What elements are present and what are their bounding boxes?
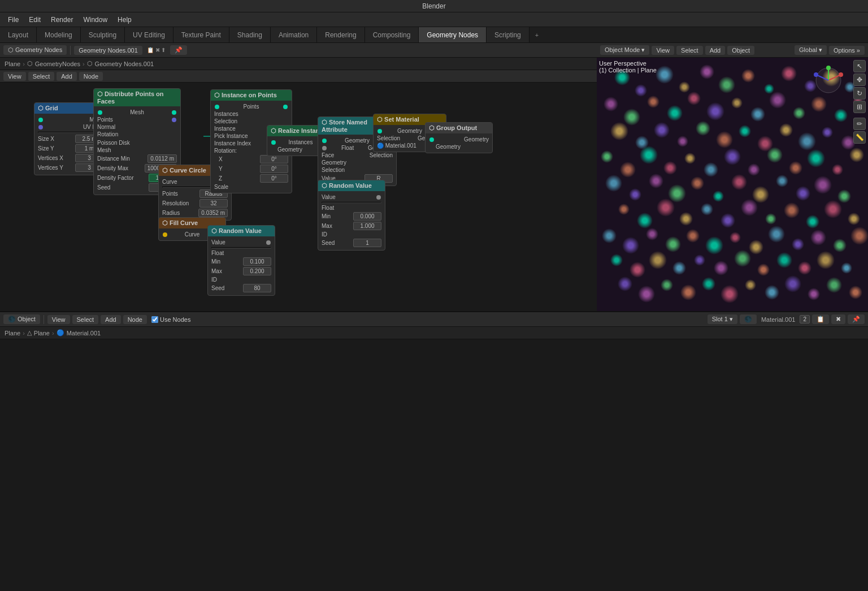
viewport-select-btn[interactable]: Select <box>676 46 703 55</box>
svg-point-82 <box>768 226 785 243</box>
svg-point-74 <box>602 228 617 243</box>
mat-view-btn[interactable]: View <box>47 315 70 324</box>
socket-iop-geom-in <box>215 105 219 109</box>
svg-point-91 <box>694 254 705 266</box>
rvt-min-value[interactable]: 0.000 <box>353 212 381 221</box>
menu-help[interactable]: Help <box>113 15 136 25</box>
ne-add-btn[interactable]: Add <box>57 72 77 81</box>
svg-point-76 <box>646 228 658 240</box>
mat-pin-btn[interactable]: 📌 <box>848 314 865 324</box>
tool-move[interactable]: ✥ <box>853 74 866 86</box>
ne-select-btn[interactable]: Select <box>28 72 55 81</box>
mat-sphere-btn[interactable]: 🌑 <box>740 314 757 324</box>
tab-texture-paint[interactable]: Texture Paint <box>173 27 229 42</box>
iop-ry-value[interactable]: 0° <box>260 165 288 173</box>
node-randval-bot-header: ⬡ Random Value <box>208 226 275 236</box>
viewport-view-btn[interactable]: View <box>652 46 674 55</box>
tab-animation[interactable]: Animation <box>271 27 317 42</box>
cc-res-value[interactable]: 32 <box>199 199 228 208</box>
separator <box>70 46 71 55</box>
ne-node-btn[interactable]: Node <box>79 72 103 81</box>
rvt-seed-value[interactable]: 1 <box>353 239 381 247</box>
svg-point-61 <box>837 189 851 203</box>
viewport-global-btn[interactable]: Global ▾ <box>795 45 827 55</box>
node-canvas[interactable]: ⬡ Grid Mesh UV Map Size X <box>0 83 597 310</box>
iop-rx-value[interactable]: 0° <box>260 155 288 163</box>
rvt-max-value[interactable]: 1.000 <box>353 222 381 230</box>
mat-select-btn[interactable]: Select <box>72 315 99 324</box>
menu-bar: File Edit Render Window Help <box>0 12 868 27</box>
mat-editor-type[interactable]: 🌑 Object <box>3 314 40 324</box>
svg-point-55 <box>713 191 724 202</box>
svg-point-29 <box>696 121 710 136</box>
tab-uv-editing[interactable]: UV Editing <box>125 27 173 42</box>
svg-point-21 <box>793 107 805 119</box>
use-nodes-checkbox[interactable] <box>151 316 158 323</box>
svg-point-19 <box>750 107 765 122</box>
tab-compositing[interactable]: Compositing <box>365 27 419 42</box>
tab-geometry-nodes[interactable]: Geometry Nodes <box>419 27 487 42</box>
svg-point-100 <box>638 286 655 303</box>
tab-scripting[interactable]: Scripting <box>487 27 530 42</box>
mat-node-btn[interactable]: Node <box>123 315 147 324</box>
menu-render[interactable]: Render <box>46 15 77 25</box>
viewport-options-btn[interactable]: Options » <box>829 46 865 55</box>
breadcrumb-node-tree[interactable]: Geometry Nodes.001 <box>95 61 154 67</box>
svg-point-40 <box>663 161 677 175</box>
svg-point-93 <box>734 250 751 267</box>
tool-annotate[interactable]: ✏ <box>853 118 866 130</box>
breadcrumb-bot-icon: △ <box>27 329 32 337</box>
cc-radius-value[interactable]: 0.0352 m <box>198 209 228 217</box>
tab-shading[interactable]: Shading <box>229 27 271 42</box>
rvb-min-value[interactable]: 0.100 <box>243 257 271 266</box>
tab-sculpting[interactable]: Sculpting <box>81 27 125 42</box>
breadcrumb-bot-plane2[interactable]: Plane <box>34 330 50 337</box>
viewport-mode-btn[interactable]: Object Mode ▾ <box>600 45 649 55</box>
breadcrumb-bot-material[interactable]: Material.001 <box>67 330 101 337</box>
viewport-canvas[interactable]: User Perspective (1) Collection | Plane <box>597 58 868 311</box>
menu-edit[interactable]: Edit <box>24 15 45 25</box>
rvb-max-value[interactable]: 0.200 <box>243 267 271 275</box>
svg-point-65 <box>679 212 693 226</box>
viewport-add-btn[interactable]: Add <box>705 46 726 55</box>
node-groupoutput-body: Geometry Geometry <box>426 133 492 153</box>
breadcrumb-geometry-nodes[interactable]: GeometryNodes <box>35 61 80 67</box>
main-content: ⬡ Geometry Nodes Geometry Nodes.001 📋 ✖ … <box>0 43 868 591</box>
tab-rendering[interactable]: Rendering <box>317 27 364 42</box>
separator-mat <box>44 315 44 324</box>
tab-layout[interactable]: Layout <box>0 27 37 42</box>
socket-ri-in <box>271 140 276 145</box>
breadcrumb-bot-plane1[interactable]: Plane <box>5 330 20 337</box>
mat-delete-btn[interactable]: ✖ <box>831 314 845 324</box>
breadcrumb-bottom: Plane › △ Plane › 🔵 Material.001 <box>0 327 868 339</box>
tool-rotate[interactable]: ↻ <box>853 87 866 100</box>
node-editor: ⬡ Geometry Nodes Geometry Nodes.001 📋 ✖ … <box>0 43 597 311</box>
tool-scale[interactable]: ⊞ <box>853 101 866 113</box>
tab-add[interactable]: + <box>530 27 544 42</box>
iop-rz-value[interactable]: 0° <box>260 174 288 183</box>
breadcrumb-plane[interactable]: Plane <box>5 61 20 67</box>
node-editor-type[interactable]: ⬡ Geometry Nodes <box>3 45 67 55</box>
pin-button[interactable]: 📌 <box>170 45 187 55</box>
node-tree-selector[interactable]: Geometry Nodes.001 <box>74 46 142 55</box>
svg-point-59 <box>796 186 810 201</box>
viewport-object-btn[interactable]: Object <box>727 46 754 55</box>
tab-modeling[interactable]: Modeling <box>37 27 81 42</box>
svg-point-1 <box>635 84 647 97</box>
material-canvas[interactable]: ⬡ Texture Coordinate Generated Normal UV <box>0 339 868 591</box>
tool-measure[interactable]: 📏 <box>853 131 866 144</box>
menu-window[interactable]: Window <box>79 15 112 25</box>
mat-add-btn[interactable]: Add <box>101 315 121 324</box>
mat-copy-btn[interactable]: 📋 <box>812 314 829 324</box>
menu-file[interactable]: File <box>3 15 23 25</box>
svg-point-75 <box>622 237 639 254</box>
ne-view-btn[interactable]: View <box>3 72 26 81</box>
app-title: Blender <box>422 2 445 10</box>
svg-point-15 <box>667 105 683 121</box>
tool-select[interactable]: ↖ <box>853 60 866 72</box>
svg-point-33 <box>779 123 793 137</box>
socket-sna-in <box>322 139 327 143</box>
rvb-seed-value[interactable]: 80 <box>243 284 271 292</box>
mat-slot-btn[interactable]: Slot 1 ▾ <box>708 314 737 324</box>
dp-distmin-value[interactable]: 0.0112 m <box>147 154 177 163</box>
